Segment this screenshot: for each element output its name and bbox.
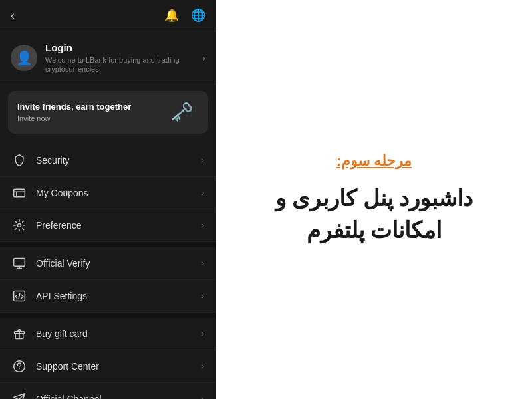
invite-banner[interactable]: Invite friends, earn together Invite now… [8, 91, 208, 134]
main-heading: داشبورد پنل کاربری و امکانات پلتفرم [275, 183, 473, 246]
menu-label-security: Security [36, 155, 192, 166]
menu-separator-2 [0, 313, 216, 318]
menu-separator-1 [0, 242, 216, 247]
chevron-icon: › [201, 155, 204, 165]
coupon-icon [12, 186, 27, 200]
chevron-icon: › [201, 188, 204, 198]
support-icon [12, 359, 27, 374]
globe-icon[interactable]: 🌐 [191, 8, 205, 23]
gift-icon [12, 327, 27, 341]
menu-label-preference: Preference [36, 220, 192, 231]
chevron-icon: › [201, 394, 204, 399]
menu-item-api-settings[interactable]: API Settings › [0, 280, 216, 313]
menu-label-buy-gift-card: Buy gift card [36, 329, 192, 339]
menu-item-official-verify[interactable]: Official Verify › [0, 247, 216, 280]
chevron-icon: › [201, 258, 204, 268]
top-bar: ‹ 🔔 🌐 [0, 0, 216, 31]
left-panel: ‹ 🔔 🌐 👤 Login Welcome to LBank for buyin… [0, 0, 216, 399]
top-bar-icons: 🔔 🌐 [164, 8, 205, 23]
menu-label-support-center: Support Center [36, 361, 192, 372]
step-label: مرحله سوم: [275, 152, 473, 170]
menu-list: Security › My Coupons › Preference › Off… [0, 140, 216, 399]
login-subtitle: Welcome to LBank for buying and trading … [45, 55, 194, 74]
svg-point-1 [18, 223, 21, 227]
invite-image: 🗝️ [164, 99, 199, 126]
chevron-icon: › [201, 361, 204, 371]
invite-title: Invite friends, earn together [17, 102, 131, 112]
api-icon [12, 289, 27, 303]
heading-line1: داشبورد پنل کاربری و [275, 186, 473, 211]
right-panel: مرحله سوم: داشبورد پنل کاربری و امکانات … [216, 0, 532, 399]
preference-icon [12, 218, 27, 233]
svg-rect-0 [14, 189, 25, 197]
menu-item-my-coupons[interactable]: My Coupons › [0, 177, 216, 209]
heading-line2: امکانات پلتفرم [307, 217, 442, 243]
step-label-text: مرحله سوم: [336, 152, 412, 169]
bell-icon[interactable]: 🔔 [164, 8, 179, 23]
chevron-icon: › [201, 329, 204, 338]
menu-item-preference[interactable]: Preference › [0, 209, 216, 242]
svg-rect-2 [14, 258, 25, 266]
user-info: Login Welcome to LBank for buying and tr… [45, 42, 194, 74]
shield-icon [12, 153, 27, 168]
user-section[interactable]: 👤 Login Welcome to LBank for buying and … [0, 31, 216, 84]
avatar-icon: 👤 [16, 50, 33, 66]
menu-item-official-channel[interactable]: Official Channel › [0, 383, 216, 399]
menu-item-buy-gift-card[interactable]: Buy gift card › [0, 318, 216, 350]
chevron-icon: › [201, 220, 204, 230]
invite-sub: Invite now [17, 114, 131, 122]
menu-item-support-center[interactable]: Support Center › [0, 350, 216, 383]
chevron-icon: › [201, 291, 204, 301]
login-title: Login [45, 42, 194, 53]
avatar: 👤 [11, 45, 37, 71]
user-chevron-icon: › [202, 53, 205, 63]
menu-label-my-coupons: My Coupons [36, 188, 192, 198]
menu-item-security[interactable]: Security › [0, 144, 216, 177]
invite-text: Invite friends, earn together Invite now [17, 102, 131, 122]
menu-label-official-channel: Official Channel [36, 394, 192, 399]
right-content: مرحله سوم: داشبورد پنل کاربری و امکانات … [275, 152, 473, 246]
menu-label-official-verify: Official Verify [36, 258, 192, 269]
verify-icon [12, 256, 27, 271]
menu-label-api-settings: API Settings [36, 291, 192, 301]
back-button[interactable]: ‹ [11, 9, 15, 23]
channel-icon [12, 392, 27, 399]
